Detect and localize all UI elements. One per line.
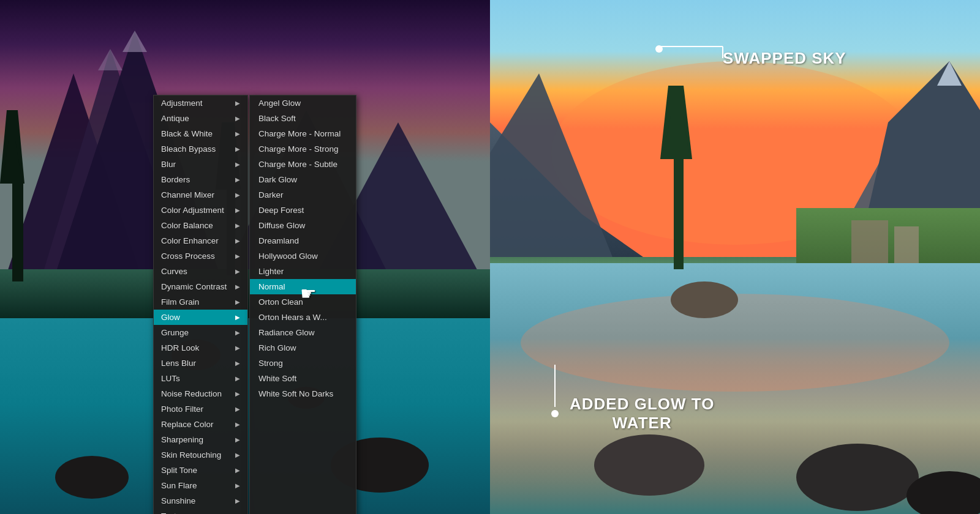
sub-menu-item-white-soft[interactable]: White Soft xyxy=(250,371,356,386)
sub-menu-item-charge-more-normal[interactable]: Charge More - Normal xyxy=(250,126,356,141)
primary-menu: Adjustment ▶ Antique ▶ Black & White ▶ B… xyxy=(153,95,248,514)
chevron-icon: ▶ xyxy=(235,421,240,428)
chevron-icon: ▶ xyxy=(235,268,240,275)
chevron-icon: ▶ xyxy=(235,375,240,382)
right-photo-panel: SWAPPED SKY ADDED GLOW TO WATER xyxy=(490,0,980,514)
sub-menu-item-darker[interactable]: Darker xyxy=(250,187,356,203)
menu-item-color-adjustment[interactable]: Color Adjustment ▶ xyxy=(154,203,247,218)
menu-item-antique[interactable]: Antique ▶ xyxy=(154,111,247,126)
menu-item-blur[interactable]: Blur ▶ xyxy=(154,157,247,172)
menu-item-color-enhancer[interactable]: Color Enhancer ▶ xyxy=(154,233,247,248)
chevron-icon: ▶ xyxy=(235,329,240,336)
svg-rect-27 xyxy=(851,220,888,269)
chevron-icon: ▶ xyxy=(235,360,240,367)
sub-menu-item-orton-hears[interactable]: Orton Hears a W... xyxy=(250,310,356,325)
svg-rect-31 xyxy=(674,147,684,269)
menu-item-cross-process[interactable]: Cross Process ▶ xyxy=(154,248,247,264)
menu-item-borders[interactable]: Borders ▶ xyxy=(154,172,247,187)
chevron-icon: ▶ xyxy=(235,345,240,351)
menu-item-bleach-bypass[interactable]: Bleach Bypass ▶ xyxy=(154,141,247,157)
chevron-icon: ▶ xyxy=(235,100,240,106)
sub-menu-item-normal[interactable]: Normal xyxy=(250,279,356,294)
menu-item-photo-filter[interactable]: Photo Filter ▶ xyxy=(154,401,247,417)
sub-menu-item-deep-forest[interactable]: Deep Forest xyxy=(250,203,356,218)
annotation-sky-line xyxy=(655,43,729,58)
svg-point-18 xyxy=(55,456,129,499)
chevron-icon: ▶ xyxy=(235,237,240,244)
menu-item-sharpening[interactable]: Sharpening ▶ xyxy=(154,432,247,447)
chevron-icon: ▶ xyxy=(235,299,240,305)
sub-menu-item-rich-glow[interactable]: Rich Glow xyxy=(250,340,356,356)
menu-container: Adjustment ▶ Antique ▶ Black & White ▶ B… xyxy=(153,95,356,514)
annotation-water-glow: ADDED GLOW TO WATER xyxy=(570,395,714,433)
chevron-icon: ▶ xyxy=(235,467,240,474)
chevron-icon: ▶ xyxy=(235,130,240,137)
menu-item-lens-blur[interactable]: Lens Blur ▶ xyxy=(154,356,247,371)
chevron-icon: ▶ xyxy=(235,452,240,458)
svg-point-35 xyxy=(594,434,704,496)
chevron-icon: ▶ xyxy=(235,176,240,183)
chevron-icon: ▶ xyxy=(235,115,240,122)
chevron-icon: ▶ xyxy=(235,192,240,198)
chevron-icon: ▶ xyxy=(235,207,240,214)
menu-item-sun-flare[interactable]: Sun Flare ▶ xyxy=(154,478,247,493)
chevron-icon: ▶ xyxy=(235,482,240,489)
menu-item-skin-retouching[interactable]: Skin Retouching ▶ xyxy=(154,447,247,463)
svg-point-34 xyxy=(671,281,738,318)
menu-item-film-grain[interactable]: Film Grain ▶ xyxy=(154,294,247,310)
menu-item-sunshine[interactable]: Sunshine ▶ xyxy=(154,493,247,508)
chevron-icon: ▶ xyxy=(235,497,240,504)
menu-item-grunge[interactable]: Grunge ▶ xyxy=(154,325,247,340)
menu-item-luts[interactable]: LUTs ▶ xyxy=(154,371,247,386)
menu-item-hdr-look[interactable]: HDR Look ▶ xyxy=(154,340,247,356)
sub-menu-item-strong[interactable]: Strong xyxy=(250,356,356,371)
sub-menu-item-radiance-glow[interactable]: Radiance Glow xyxy=(250,325,356,340)
menu-item-curves[interactable]: Curves ▶ xyxy=(154,264,247,279)
svg-point-30 xyxy=(521,294,949,392)
chevron-icon: ▶ xyxy=(235,406,240,412)
menu-item-dynamic-contrast[interactable]: Dynamic Contrast ▶ xyxy=(154,279,247,294)
sub-menu-item-hollywood-glow[interactable]: Hollywood Glow xyxy=(250,248,356,264)
sub-menu-item-dreamland[interactable]: Dreamland xyxy=(250,233,356,248)
chevron-icon: ▶ xyxy=(235,314,240,321)
chevron-icon: ▶ xyxy=(235,161,240,168)
menu-item-noise-reduction[interactable]: Noise Reduction ▶ xyxy=(154,386,247,401)
sub-menu-item-white-soft-no-darks[interactable]: White Soft No Darks xyxy=(250,386,356,401)
menu-item-color-balance[interactable]: Color Balance ▶ xyxy=(154,218,247,233)
svg-rect-10 xyxy=(12,171,23,281)
menu-item-glow[interactable]: Glow ▶ xyxy=(154,310,247,325)
menu-item-black-white[interactable]: Black & White ▶ xyxy=(154,126,247,141)
sub-menu-item-black-soft[interactable]: Black Soft xyxy=(250,111,356,126)
sub-menu-item-charge-more-subtle[interactable]: Charge More - Subtle xyxy=(250,157,356,172)
menu-item-adjustment[interactable]: Adjustment ▶ xyxy=(154,95,247,111)
chevron-icon: ▶ xyxy=(235,390,240,397)
svg-point-36 xyxy=(796,444,919,511)
chevron-icon: ▶ xyxy=(235,283,240,290)
sub-menu-item-dark-glow[interactable]: Dark Glow xyxy=(250,172,356,187)
sub-menu-item-angel-glow[interactable]: Angel Glow xyxy=(250,95,356,111)
sub-menu-item-orton-clean[interactable]: Orton Clean xyxy=(250,294,356,310)
menu-item-textures[interactable]: Textures ▶ xyxy=(154,508,247,514)
menu-item-replace-color[interactable]: Replace Color ▶ xyxy=(154,417,247,432)
annotation-water-line xyxy=(551,361,564,416)
sub-menu-item-diffuse-glow[interactable]: Diffuse Glow xyxy=(250,218,356,233)
svg-rect-28 xyxy=(894,226,919,269)
sub-menu-item-lighter[interactable]: Lighter xyxy=(250,264,356,279)
chevron-icon: ▶ xyxy=(235,253,240,259)
sub-menu-item-charge-more-strong[interactable]: Charge More - Strong xyxy=(250,141,356,157)
menu-item-channel-mixer[interactable]: Channel Mixer ▶ xyxy=(154,187,247,203)
annotation-swapped-sky: SWAPPED SKY xyxy=(723,49,846,68)
chevron-icon: ▶ xyxy=(235,146,240,152)
secondary-menu-glow: Angel Glow Black Soft Charge More - Norm… xyxy=(249,95,356,514)
chevron-icon: ▶ xyxy=(235,436,240,443)
menu-item-split-tone[interactable]: Split Tone ▶ xyxy=(154,463,247,478)
chevron-icon: ▶ xyxy=(235,222,240,229)
